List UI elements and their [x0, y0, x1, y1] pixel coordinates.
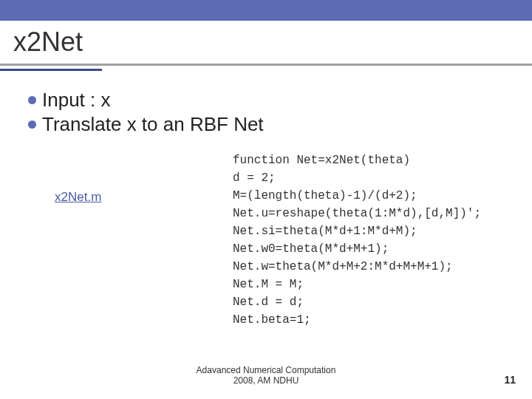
bullet-text: Translate x to an RBF Net [42, 113, 264, 136]
title-underline-gray [0, 64, 532, 66]
code-line: Net.u=reshape(theta(1:M*d),[d,M])'; [233, 207, 481, 220]
bullet-dot-icon [28, 96, 36, 104]
code-line: Net.si=theta(M*d+1:M*d+M); [233, 225, 417, 238]
code-line: function Net=x2Net(theta) [233, 154, 410, 167]
slide-title: x2Net [13, 27, 83, 58]
title-underline-navy [0, 69, 102, 71]
code-line: Net.w0=theta(M*d+M+1); [233, 242, 389, 256]
source-file-link[interactable]: x2Net.m [55, 190, 101, 205]
code-line: Net.w=theta(M*d+M+2:M*d+M+M+1); [233, 260, 453, 273]
bullet-item: Translate x to an RBF Net [28, 113, 264, 136]
code-line: M=(length(theta)-1)/(d+2); [233, 189, 417, 202]
header-accent-band [0, 0, 532, 21]
bullet-list: Input : x Translate x to an RBF Net [28, 89, 264, 137]
footer-line-1: Adavanced Numerical Computation [197, 365, 336, 375]
code-block: function Net=x2Net(theta) d = 2; M=(leng… [233, 151, 481, 329]
title-underline [0, 64, 532, 71]
code-line: d = 2; [233, 171, 276, 185]
code-line: Net.beta=1; [233, 313, 311, 327]
footer: Adavanced Numerical Computation 2008, AM… [0, 365, 532, 386]
page-number: 11 [504, 374, 516, 386]
bullet-dot-icon [28, 120, 36, 129]
bullet-text: Input : x [42, 89, 111, 112]
code-line: Net.M = M; [233, 278, 304, 291]
footer-line-2: 2008, AM NDHU [233, 375, 299, 386]
code-line: Net.d = d; [233, 296, 304, 309]
bullet-item: Input : x [28, 89, 264, 112]
